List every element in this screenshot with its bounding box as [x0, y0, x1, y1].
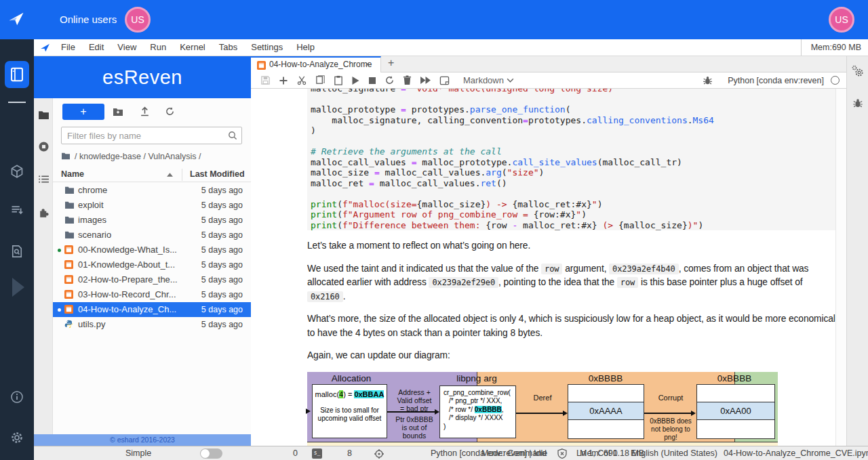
code-editor[interactable]: malloc_signature = "void* malloc(unsigne…	[307, 89, 835, 230]
column-header-modified[interactable]: Last Modified	[190, 169, 245, 179]
menu-settings[interactable]: Settings	[244, 39, 290, 56]
home-folder-icon[interactable]	[61, 152, 71, 160]
out-of-bounds-label: Ptr 0xBBBBis out ofbounds	[395, 415, 433, 440]
code-cell[interactable]: malloc_signature = "void* malloc(unsigne…	[307, 89, 835, 230]
filebrowser-tab-strip	[34, 98, 53, 434]
table-of-contents-icon[interactable]	[38, 174, 50, 184]
memory-box-deref: 0xAAAA	[568, 384, 644, 439]
command-mode[interactable]: Mode: Command	[481, 446, 547, 460]
filter-files-input[interactable]	[61, 127, 242, 144]
esreven-app: Online users US US FileEditViewRunKernel…	[0, 0, 868, 460]
corrupt-label: Corrupt	[658, 394, 684, 402]
file-row-04-how-to-analyze-ch-[interactable]: 04-How-to-Analyze_Ch...5 days ago	[53, 302, 251, 317]
region-title: 0xBBBB	[589, 373, 623, 383]
kernel-status-icon[interactable]	[831, 76, 840, 85]
paste-cells-icon[interactable]	[334, 75, 343, 85]
breadcrumb[interactable]: / knowledge-base / VulnAnalysis /	[75, 152, 201, 161]
menu-kernel[interactable]: Kernel	[173, 39, 212, 56]
cut-cells-icon[interactable]	[296, 75, 307, 85]
new-folder-icon[interactable]	[113, 107, 123, 117]
file-row-02-how-to-prepare-the-[interactable]: 02-How-to-Prepare_the...5 days ago	[53, 272, 251, 287]
save-icon[interactable]	[260, 75, 271, 85]
trust-shield-icon[interactable]	[557, 448, 567, 459]
sort-ascending-icon[interactable]	[167, 173, 173, 177]
insert-cell-icon[interactable]	[279, 76, 288, 85]
new-launcher-button[interactable]: +	[62, 104, 104, 120]
stop-kernel-icon[interactable]	[368, 77, 376, 85]
file-name: 02-How-to-Prepare_the...	[78, 274, 178, 285]
list-download-icon[interactable]	[10, 203, 24, 217]
language-indicator[interactable]: English (United States)	[631, 446, 717, 460]
file-row-01-knowledge-about-t-[interactable]: 01-Knowledge-About_t...5 days ago	[53, 257, 251, 272]
file-modified: 5 days ago	[201, 305, 243, 314]
file-name: 04-How-to-Analyze_Ch...	[78, 304, 176, 314]
chevron-down-icon[interactable]	[507, 78, 514, 83]
file-row-exploit[interactable]: exploit5 days ago	[53, 198, 251, 213]
file-list-header[interactable]: Name Last Modified	[53, 167, 251, 182]
notebook-scrollbar[interactable]	[835, 89, 846, 446]
region-title: Allocation	[332, 373, 372, 383]
markdown-cell[interactable]: Let’s take a moment to reflect on what’s…	[307, 230, 835, 446]
sidebar-item-workspace[interactable]	[5, 61, 29, 88]
file-row-03-how-to-record-chr-[interactable]: 03-How-to-Record_Chr...5 days ago	[53, 287, 251, 302]
extensions-puzzle-icon[interactable]	[38, 207, 50, 218]
menu-file[interactable]: File	[54, 39, 82, 56]
upload-icon[interactable]	[140, 106, 150, 117]
deref-label: Deref	[534, 394, 552, 402]
file-row-utils-py[interactable]: utils.py5 days ago	[53, 317, 251, 332]
document-search-icon[interactable]	[10, 245, 24, 258]
kernels-count[interactable]: 8	[347, 446, 352, 460]
debugger-bug-icon[interactable]	[852, 98, 863, 108]
folder-icon	[64, 215, 75, 224]
arrowhead	[563, 411, 568, 416]
cube-icon[interactable]	[10, 165, 24, 178]
sidebar-active-underline	[8, 102, 26, 103]
expand-panel-arrow-icon[interactable]	[7, 275, 28, 299]
file-row-chrome[interactable]: chrome5 days ago	[53, 183, 251, 198]
malloc-box: malloc(4) = 0xBBAA Size is too small for…	[312, 384, 387, 438]
menu-help[interactable]: Help	[290, 39, 321, 56]
menu-view[interactable]: View	[111, 39, 143, 56]
file-row-scenario[interactable]: scenario5 days ago	[53, 228, 251, 243]
menu-edit[interactable]: Edit	[82, 39, 111, 56]
close-tab-icon[interactable]: ×	[365, 59, 370, 69]
esreven-plane-logo-icon	[7, 9, 26, 28]
notebook-content[interactable]: malloc_signature = "void* malloc(unsigne…	[251, 89, 835, 446]
tab-notebook[interactable]: 04-How-to-Analyze_Chrome ×	[251, 56, 381, 72]
settings-gear-icon[interactable]	[10, 431, 24, 444]
run-all-cells-icon[interactable]	[420, 76, 431, 85]
cell-type-dropdown[interactable]: Markdown	[463, 75, 504, 85]
menu-tabs[interactable]: Tabs	[212, 39, 244, 56]
kernel-name[interactable]: Python [conda env:reven]	[728, 76, 824, 85]
refresh-icon[interactable]	[165, 106, 175, 117]
run-cell-icon[interactable]	[351, 76, 360, 85]
info-icon[interactable]	[10, 390, 24, 404]
file-row-images[interactable]: images5 days ago	[53, 213, 251, 228]
user-avatar[interactable]: US	[829, 7, 854, 33]
memory-row	[697, 385, 774, 402]
delete-cells-icon[interactable]	[403, 75, 412, 85]
line-col-indicator[interactable]: Ln 1, Col 1	[576, 446, 617, 460]
debugger-bug-icon[interactable]	[703, 75, 713, 85]
file-name: 03-How-to-Record_Chr...	[78, 289, 176, 299]
menu-run[interactable]: Run	[143, 39, 173, 56]
file-row-00-knowledge-what-is-[interactable]: 00-Knowledge-What_Is...5 days ago	[53, 243, 251, 257]
arrowhead	[691, 411, 696, 416]
restart-kernel-icon[interactable]	[384, 75, 395, 85]
panel-title: esReven	[34, 56, 251, 98]
render-side-by-side-icon[interactable]	[439, 76, 450, 85]
dock-tab-bar: 04-How-to-Analyze_Chrome × +	[251, 56, 846, 72]
user-avatar[interactable]: US	[125, 7, 151, 33]
memory-row	[568, 385, 644, 402]
folder-icon	[64, 230, 75, 239]
region-title: 0xBBBB	[717, 373, 751, 383]
property-inspector-gears-icon[interactable]	[852, 65, 864, 77]
terminals-count[interactable]: 0	[293, 446, 298, 460]
new-tab-icon[interactable]: +	[388, 57, 394, 69]
arrow-call-to-memory	[516, 413, 564, 414]
column-header-name[interactable]: Name	[61, 169, 84, 179]
running-sessions-icon[interactable]	[38, 141, 50, 152]
copy-cells-icon[interactable]	[315, 75, 326, 85]
simple-mode-toggle[interactable]	[200, 448, 222, 459]
folder-tab-icon[interactable]	[38, 110, 50, 120]
